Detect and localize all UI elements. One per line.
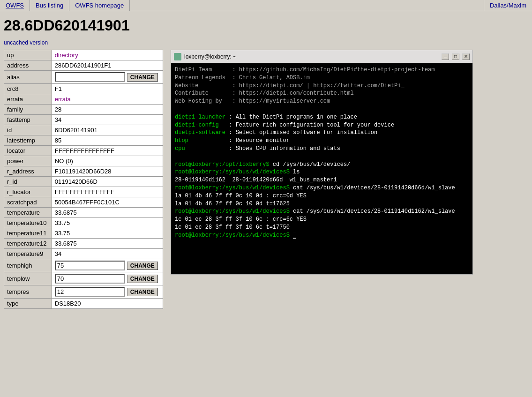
table-row: scratchpad50054B467FFF0C101C xyxy=(4,197,163,208)
terminal-app-icon xyxy=(174,53,181,60)
row-value: 33.75 xyxy=(52,218,163,228)
row-key: temperature11 xyxy=(4,228,52,239)
table-row: aliasCHANGE xyxy=(4,71,163,84)
row-key: temperature12 xyxy=(4,239,52,249)
row-key: templow xyxy=(4,272,52,285)
row-link[interactable]: directory xyxy=(55,52,78,59)
minimize-button[interactable]: – xyxy=(442,53,449,60)
row-value: CHANGE xyxy=(52,259,163,272)
temphigh-input[interactable] xyxy=(55,261,125,270)
row-value: F1 xyxy=(52,84,163,94)
close-button[interactable]: ✕ xyxy=(462,53,470,60)
row-key: crc8 xyxy=(4,84,52,94)
row-key: power xyxy=(4,156,52,166)
row-key: address xyxy=(4,60,52,71)
input-change-row: CHANGE xyxy=(55,287,160,297)
table-row: r_locatorFFFFFFFFFFFFFFFF xyxy=(4,187,163,197)
terminal-titlebar: loxberry@loxberry: ~ – □ ✕ xyxy=(171,50,472,63)
table-row: id6DD620141901 xyxy=(4,125,163,135)
table-row: temphighCHANGE xyxy=(4,259,163,272)
row-key: errata xyxy=(4,94,52,105)
page-title: 28.6DD620141901 xyxy=(0,11,532,38)
input-change-row: CHANGE xyxy=(55,72,160,82)
tempres-input[interactable] xyxy=(55,287,125,297)
row-value: 34 xyxy=(52,115,163,125)
row-key: temperature xyxy=(4,208,52,218)
nav-dallas-maxim[interactable]: Dallas/Maxim xyxy=(484,0,532,11)
row-key: up xyxy=(4,50,52,60)
terminal-window: loxberry@loxberry: ~ – □ ✕ DietPi Team :… xyxy=(171,50,473,275)
nav-owfs[interactable]: OWFS xyxy=(0,0,30,11)
row-value: 6DD620141901 xyxy=(52,125,163,135)
row-link[interactable]: errata xyxy=(55,96,71,103)
table-row: r_id01191420D66D xyxy=(4,177,163,187)
temphigh-change-button[interactable]: CHANGE xyxy=(127,262,158,270)
row-key: latesttemp xyxy=(4,135,52,146)
table-row: temperature934 xyxy=(4,249,163,259)
table-row: tempresCHANGE xyxy=(4,285,163,299)
row-key: r_id xyxy=(4,177,52,187)
row-value: 34 xyxy=(52,249,163,259)
table-row: temperature1033.75 xyxy=(4,218,163,228)
row-value: 28 xyxy=(52,105,163,115)
row-value: FFFFFFFFFFFFFFFF xyxy=(52,146,163,156)
table-row: latesttemp85 xyxy=(4,135,163,146)
row-key: alias xyxy=(4,71,52,84)
uncached-link[interactable]: uncached version xyxy=(4,39,48,46)
row-value: DS18B20 xyxy=(52,299,163,309)
table-row: r_addressF101191420D66D28 xyxy=(4,166,163,177)
row-key: temperature10 xyxy=(4,218,52,228)
data-table: updirectoryaddress286DD620141901F1aliasC… xyxy=(4,50,163,309)
row-value: CHANGE xyxy=(52,71,163,84)
nav-bus-listing[interactable]: Bus listing xyxy=(30,0,69,11)
row-key: temperature9 xyxy=(4,249,52,259)
table-row: locatorFFFFFFFFFFFFFFFF xyxy=(4,146,163,156)
row-key: family xyxy=(4,105,52,115)
tempres-change-button[interactable]: CHANGE xyxy=(127,288,158,296)
maximize-button[interactable]: □ xyxy=(452,53,459,60)
row-key: type xyxy=(4,299,52,309)
table-row: templowCHANGE xyxy=(4,272,163,285)
input-change-row: CHANGE xyxy=(55,274,160,284)
row-value: 33.6875 xyxy=(52,239,163,249)
alias-input[interactable] xyxy=(55,72,125,82)
input-change-row: CHANGE xyxy=(55,261,160,270)
row-value: errata xyxy=(52,94,163,105)
row-value: 286DD620141901F1 xyxy=(52,60,163,71)
row-value: FFFFFFFFFFFFFFFF xyxy=(52,187,163,197)
nav-spacer xyxy=(130,0,484,11)
table-row: address286DD620141901F1 xyxy=(4,60,163,71)
templow-change-button[interactable]: CHANGE xyxy=(127,275,158,283)
table-row: temperature1233.6875 xyxy=(4,239,163,249)
row-key: tempres xyxy=(4,285,52,299)
table-row: typeDS18B20 xyxy=(4,299,163,309)
table-row: updirectory xyxy=(4,50,163,60)
row-value: F101191420D66D28 xyxy=(52,166,163,177)
table-row: powerNO (0) xyxy=(4,156,163,166)
templow-input[interactable] xyxy=(55,274,125,284)
row-value: directory xyxy=(52,50,163,60)
row-key: r_locator xyxy=(4,187,52,197)
nav-owfs-homepage[interactable]: OWFS homepage xyxy=(69,0,130,11)
row-value: 01191420D66D xyxy=(52,177,163,187)
main-layout: updirectoryaddress286DD620141901F1aliasC… xyxy=(0,50,532,309)
table-row: fasttemp34 xyxy=(4,115,163,125)
row-value: 33.6875 xyxy=(52,208,163,218)
row-value: NO (0) xyxy=(52,156,163,166)
terminal-body: DietPi Team : https://github.com/MichaIn… xyxy=(171,63,472,274)
table-row: crc8F1 xyxy=(4,84,163,94)
row-key: scratchpad xyxy=(4,197,52,208)
row-value: 50054B467FFF0C101C xyxy=(52,197,163,208)
alias-change-button[interactable]: CHANGE xyxy=(127,73,158,82)
uncached-section: uncached version xyxy=(0,38,532,50)
table-row: temperature33.6875 xyxy=(4,208,163,218)
table-row: temperature1133.75 xyxy=(4,228,163,239)
row-value: 33.75 xyxy=(52,228,163,239)
table-row: family28 xyxy=(4,105,163,115)
row-value: CHANGE xyxy=(52,285,163,299)
row-value: CHANGE xyxy=(52,272,163,285)
top-nav: OWFS Bus listing OWFS homepage Dallas/Ma… xyxy=(0,0,532,11)
row-key: r_address xyxy=(4,166,52,177)
terminal-title: loxberry@loxberry: ~ xyxy=(184,53,439,60)
table-row: errataerrata xyxy=(4,94,163,105)
